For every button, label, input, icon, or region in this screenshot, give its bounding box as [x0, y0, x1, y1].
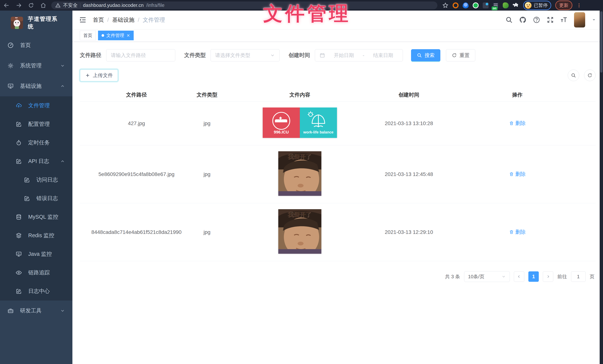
url-host: dashboard.yudao.iocoder.cn: [83, 2, 144, 8]
refresh-icon: [587, 73, 592, 78]
sidebar-item-java[interactable]: Java 监控: [0, 245, 72, 263]
sidebar-item-system[interactable]: 系统管理: [0, 56, 72, 76]
breadcrumb-infra[interactable]: 基础设施: [112, 16, 134, 24]
browser-reload-icon[interactable]: [28, 2, 34, 9]
file-preview-baby-meme-image[interactable]: 我裂开了: [278, 151, 321, 196]
recorder-paused-badge[interactable]: 已暂停: [523, 1, 551, 10]
scrollbar-thumb[interactable]: [600, 11, 603, 73]
sidebar-item-mysql[interactable]: MySQL 监控: [0, 208, 72, 226]
browser-forward-icon[interactable]: [16, 2, 22, 9]
delete-button[interactable]: 删除: [509, 228, 526, 236]
font-size-icon[interactable]: [560, 16, 568, 23]
delete-button[interactable]: 删除: [509, 120, 526, 127]
filter-form: 文件路径 文件类型 请选择文件类型 创建时间 开始日期 - 结束日期: [80, 49, 596, 61]
log-edit-icon: [24, 195, 30, 202]
date-range-separator: -: [363, 53, 364, 58]
date-range-picker[interactable]: 开始日期 - 结束日期: [315, 49, 403, 61]
sidebar-item-file-manage[interactable]: 文件管理: [0, 96, 72, 115]
close-tag-icon[interactable]: [127, 34, 130, 37]
browser-scrollbar[interactable]: [600, 11, 603, 364]
github-icon[interactable]: [519, 16, 526, 23]
help-icon[interactable]: [533, 16, 540, 23]
table-row: 8448cada8c714e4ab61f521c8da21990 jpg: [80, 203, 596, 261]
table-row: 5e8609290e915c4fa8b08e67.jpg jpg: [80, 145, 596, 203]
address-bar[interactable]: 不安全 dashboard.yudao.iocoder.cn/infra/fil…: [51, 1, 437, 9]
sidebar-item-label: 系统管理: [20, 62, 42, 69]
sidebar-item-job[interactable]: 定时任务: [0, 134, 72, 152]
page-size-select[interactable]: 10条/页: [464, 271, 510, 282]
sidebar-logo[interactable]: 芋道管理系统: [0, 11, 72, 35]
sidebar-item-api-log[interactable]: API 日志: [0, 152, 72, 171]
file-type-select[interactable]: 请选择文件类型: [210, 49, 279, 61]
sidebar-item-error-log[interactable]: 错误日志: [0, 189, 72, 208]
extension-orange-icon[interactable]: [453, 2, 459, 8]
sidebar-item-access-log[interactable]: 访问日志: [0, 171, 72, 189]
rabbit-logo-icon: [11, 17, 23, 29]
upload-file-button[interactable]: 上传文件: [80, 69, 118, 81]
browser-back-icon[interactable]: [3, 2, 10, 9]
browser-home-icon[interactable]: [40, 2, 46, 9]
file-type-placeholder: 请选择文件类型: [215, 52, 250, 59]
caret-down-icon[interactable]: [591, 17, 596, 22]
page-number-1[interactable]: 1: [528, 271, 539, 282]
monitor-icon: [16, 251, 22, 257]
plus-icon: [85, 73, 90, 78]
trash-icon: [509, 230, 514, 234]
dashboard-icon: [7, 42, 14, 48]
delete-button[interactable]: 删除: [509, 171, 526, 178]
file-preview-baby-meme-image[interactable]: 我裂开了: [278, 209, 321, 254]
extension-switch-icon[interactable]: on: [493, 2, 499, 8]
cell-file-path: 5e8609290e915c4fa8b08e67.jpg: [80, 171, 193, 177]
sidebar-item-dev-tools[interactable]: 研发工具: [0, 300, 72, 321]
search-icon: [571, 73, 576, 78]
collapse-sidebar-icon[interactable]: [79, 16, 87, 23]
goto-page-input[interactable]: [571, 271, 586, 282]
extension-blue-drop-icon[interactable]: [463, 2, 469, 8]
toggle-search-button[interactable]: [568, 70, 579, 81]
page-unit-label: 页: [590, 273, 594, 280]
sidebar-item-label: 配置管理: [28, 120, 50, 128]
tag-home[interactable]: 首页: [80, 31, 96, 40]
breadcrumb-home[interactable]: 首页: [93, 16, 104, 24]
sidebar-item-config[interactable]: 配置管理: [0, 115, 72, 134]
cell-file-type: jpg: [193, 120, 221, 126]
extension-colorpick-icon[interactable]: [483, 2, 489, 8]
sidebar-item-redis[interactable]: Redis 监控: [0, 226, 72, 245]
sidebar-item-trace[interactable]: 链路追踪: [0, 263, 72, 282]
sidebar-item-home[interactable]: 首页: [0, 35, 72, 56]
user-avatar[interactable]: [574, 12, 585, 27]
sidebar-item-infra[interactable]: 基础设施: [0, 76, 72, 96]
breadcrumb-separator: /: [107, 17, 109, 23]
paused-label: 已暂停: [534, 2, 548, 8]
table-row: 427.jpg jpg 996.ICU: [80, 102, 596, 145]
cell-created-time: 2021-03-13 13:10:28: [379, 120, 439, 126]
log-edit-icon: [16, 158, 22, 164]
update-button[interactable]: 更新: [555, 0, 572, 10]
refresh-table-button[interactable]: [584, 70, 596, 81]
delete-label: 删除: [515, 228, 526, 236]
search-button[interactable]: 搜索: [411, 49, 440, 61]
header-search-icon[interactable]: [505, 16, 513, 23]
search-button-label: 搜索: [425, 52, 435, 59]
extension-green-circle-icon[interactable]: [473, 2, 479, 8]
file-preview-996icu-image[interactable]: 996.ICU work-life balance: [263, 107, 337, 138]
tag-file-manage[interactable]: 文件管理: [98, 31, 134, 40]
sidebar-item-label: 文件管理: [28, 102, 50, 109]
file-table: 文件路径 文件类型 文件内容 创建时间 操作 427.jpg jpg: [80, 88, 596, 261]
next-page-button[interactable]: [543, 271, 553, 282]
cell-file-path: 427.jpg: [80, 120, 193, 126]
fullscreen-icon[interactable]: [546, 16, 554, 23]
chevron-down-icon: [60, 63, 65, 68]
col-header-actions: 操作: [439, 91, 596, 98]
bookmark-star-icon[interactable]: [442, 2, 449, 9]
gear-icon: [7, 63, 14, 69]
browser-menu-icon[interactable]: [577, 3, 582, 8]
tag-label: 首页: [83, 33, 92, 38]
sidebar-item-log-center[interactable]: 日志中心: [0, 282, 72, 300]
reset-button[interactable]: 重置: [446, 49, 475, 61]
toolbox-icon: [7, 307, 14, 314]
extensions-puzzle-icon[interactable]: [513, 2, 519, 9]
extension-leaf-icon[interactable]: [503, 2, 509, 8]
file-path-input[interactable]: [111, 53, 171, 58]
prev-page-button[interactable]: [514, 271, 524, 282]
